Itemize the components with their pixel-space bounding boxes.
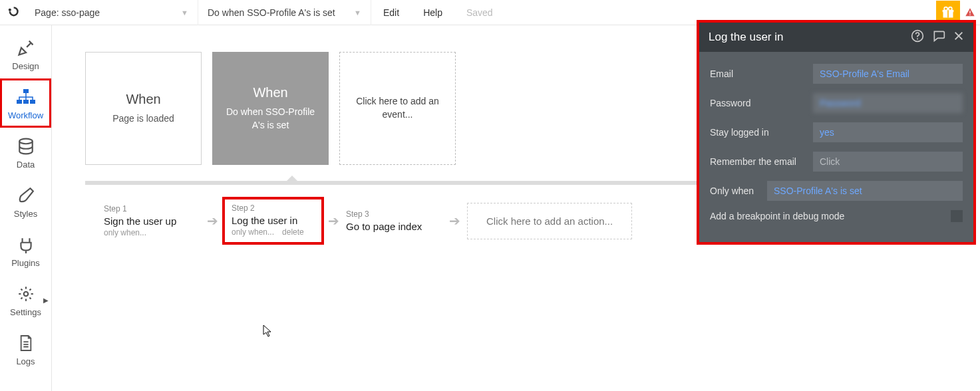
step-3[interactable]: Step 3 Go to page index bbox=[346, 209, 442, 232]
arrow-right-icon: ➔ bbox=[328, 213, 339, 229]
help-menu[interactable]: Help bbox=[411, 0, 454, 25]
chevron-down-icon: ▼ bbox=[354, 9, 361, 17]
steps-pointer-icon bbox=[286, 176, 298, 182]
arrow-right-icon: ➔ bbox=[207, 213, 218, 229]
add-action-button[interactable]: Click here to add an action... bbox=[467, 203, 632, 239]
step-delete[interactable]: delete bbox=[282, 227, 304, 237]
sidebar-item-logs[interactable]: Logs bbox=[0, 325, 51, 374]
prop-row-remember-email: Remember the email Click bbox=[710, 152, 963, 172]
step-2[interactable]: Step 2 Log the user in only when... dele… bbox=[225, 199, 321, 242]
event-selector-dropdown[interactable]: Do when SSO-Profile A's is set ▼ bbox=[198, 0, 371, 25]
sidebar-item-plugins[interactable]: Plugins bbox=[0, 226, 51, 275]
svg-point-5 bbox=[949, 7, 952, 10]
svg-rect-10 bbox=[23, 100, 29, 104]
prop-row-breakpoint: Add a breakpoint in debug mode bbox=[710, 210, 963, 222]
svg-point-15 bbox=[917, 38, 918, 39]
sidebar-item-styles[interactable]: Styles bbox=[0, 177, 51, 226]
sidebar-item-settings[interactable]: Settings ▶ bbox=[0, 275, 51, 325]
breakpoint-checkbox[interactable] bbox=[951, 210, 963, 222]
arrow-right-icon: ➔ bbox=[449, 213, 460, 229]
gift-icon bbox=[941, 6, 955, 19]
chevron-down-icon: ▼ bbox=[181, 9, 188, 17]
styles-icon bbox=[17, 185, 35, 206]
email-value-input[interactable]: SSO-Profile A's Email bbox=[813, 64, 963, 84]
svg-rect-11 bbox=[30, 100, 35, 104]
help-icon[interactable] bbox=[911, 29, 924, 46]
svg-point-12 bbox=[19, 138, 33, 144]
prop-row-email: Email SSO-Profile A's Email bbox=[710, 64, 963, 84]
comment-icon[interactable] bbox=[932, 29, 945, 46]
prop-row-stay-logged-in: Stay logged in yes bbox=[710, 122, 963, 142]
svg-point-4 bbox=[944, 7, 947, 10]
design-icon bbox=[17, 37, 35, 59]
property-panel-title: Log the user in bbox=[709, 31, 903, 44]
svg-rect-7 bbox=[969, 14, 970, 15]
plugins-icon bbox=[17, 234, 35, 255]
svg-point-13 bbox=[23, 291, 28, 296]
page-selector-dropdown[interactable]: Page: sso-page ▼ bbox=[25, 0, 198, 25]
sidebar: Design Workflow Data Styles Plugins Sett… bbox=[0, 25, 52, 391]
page-selector-label: Page: sso-page bbox=[35, 7, 100, 18]
only-when-input[interactable]: SSO-Profile A's is set bbox=[767, 181, 963, 201]
logs-icon bbox=[19, 332, 33, 354]
edit-menu[interactable]: Edit bbox=[371, 0, 411, 25]
saved-indicator: Saved bbox=[454, 0, 505, 25]
workflow-icon bbox=[15, 86, 37, 108]
prop-row-password: Password Password bbox=[710, 93, 963, 113]
property-panel-header[interactable]: Log the user in bbox=[699, 23, 973, 52]
event-selector-label: Do when SSO-Profile A's is set bbox=[208, 7, 335, 18]
svg-rect-6 bbox=[969, 11, 970, 13]
event-card-page-loaded[interactable]: When Page is loaded bbox=[85, 52, 202, 165]
property-panel-body: Email SSO-Profile A's Email Password Pas… bbox=[699, 52, 973, 242]
svg-rect-8 bbox=[23, 89, 29, 93]
sidebar-item-design[interactable]: Design bbox=[0, 29, 51, 78]
sidebar-item-workflow[interactable]: Workflow bbox=[0, 78, 51, 128]
add-event-button[interactable]: Click here to add an event... bbox=[339, 52, 456, 165]
event-card-sso-profile-set[interactable]: When Do when SSO-Profile A's is set bbox=[212, 52, 329, 165]
svg-rect-9 bbox=[17, 100, 22, 104]
data-icon bbox=[17, 136, 35, 157]
password-value-input[interactable]: Password bbox=[813, 93, 963, 113]
svg-point-0 bbox=[9, 8, 11, 11]
remember-email-input[interactable]: Click bbox=[813, 152, 963, 172]
step-1[interactable]: Step 1 Sign the user up only when... bbox=[104, 204, 200, 237]
close-icon[interactable] bbox=[953, 31, 964, 45]
property-panel: Log the user in Email SSO-Profile A's Em… bbox=[697, 20, 976, 245]
settings-icon bbox=[17, 283, 35, 305]
prop-row-only-when: Only when SSO-Profile A's is set bbox=[710, 181, 963, 201]
caret-right-icon: ▶ bbox=[43, 297, 49, 304]
step-only-when[interactable]: only when... bbox=[232, 227, 274, 237]
bubble-logo[interactable] bbox=[0, 0, 25, 25]
svg-rect-3 bbox=[947, 9, 949, 17]
alerts-button[interactable] bbox=[960, 7, 980, 18]
warning-icon bbox=[965, 7, 975, 18]
stay-logged-in-input[interactable]: yes bbox=[813, 122, 963, 142]
sidebar-item-data[interactable]: Data bbox=[0, 128, 51, 177]
logo-icon bbox=[6, 6, 19, 19]
